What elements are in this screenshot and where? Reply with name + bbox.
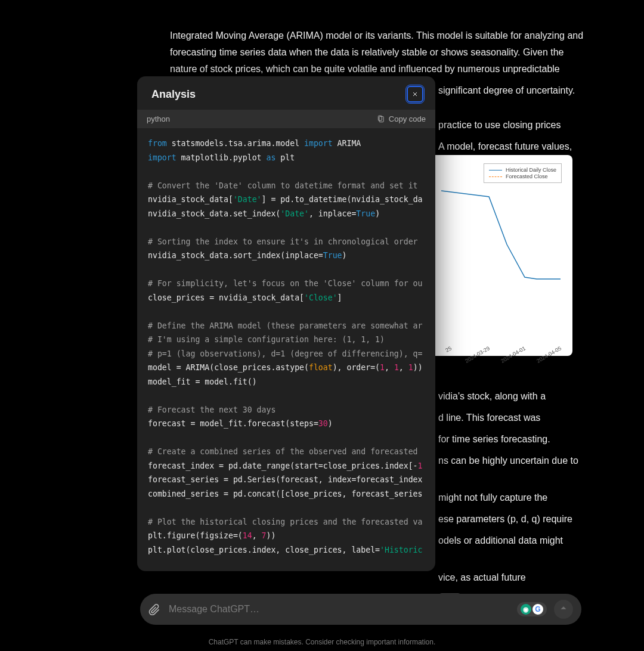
code-toolbar: python Copy code (137, 110, 435, 128)
plugin-chip[interactable]: ◉ G (517, 602, 547, 616)
chart-line-fragment (441, 173, 561, 316)
code-scroll[interactable]: from statsmodels.tsa.arima.model import … (137, 128, 435, 571)
composer-area: ◉ G (140, 594, 581, 625)
paragraph-fragment: vice, as actual future (137, 569, 626, 586)
arrow-up-icon (559, 604, 568, 614)
code-language-label: python (147, 114, 170, 123)
clipboard-icon (377, 115, 385, 123)
legend-swatch-solid (489, 170, 502, 170)
legend-item: Historical Daily Close (489, 167, 556, 173)
copy-code-label: Copy code (389, 114, 426, 123)
paragraph: Integrated Moving Average (ARIMA) model … (137, 27, 626, 78)
code-block: from statsmodels.tsa.arima.model import … (137, 128, 435, 565)
analysis-modal: Analysis python Copy code from statsmode… (137, 76, 435, 571)
paperclip-icon (148, 603, 160, 615)
close-button[interactable] (407, 86, 423, 103)
close-icon (411, 89, 419, 100)
message-input[interactable] (168, 603, 510, 615)
chart-x-tick: 25 (444, 345, 453, 354)
composer: ◉ G (140, 594, 581, 625)
disclaimer-text: ChatGPT can make mistakes. Consider chec… (0, 638, 644, 646)
copy-code-button[interactable]: Copy code (377, 114, 426, 123)
attach-button[interactable] (148, 603, 160, 615)
legend-label: Historical Daily Close (506, 167, 556, 173)
send-button[interactable] (554, 600, 573, 619)
plugin-icon: G (532, 604, 543, 615)
plugin-icon: ◉ (521, 604, 531, 615)
modal-title: Analysis (151, 88, 196, 101)
modal-header: Analysis (137, 76, 435, 110)
svg-rect-0 (379, 116, 383, 122)
